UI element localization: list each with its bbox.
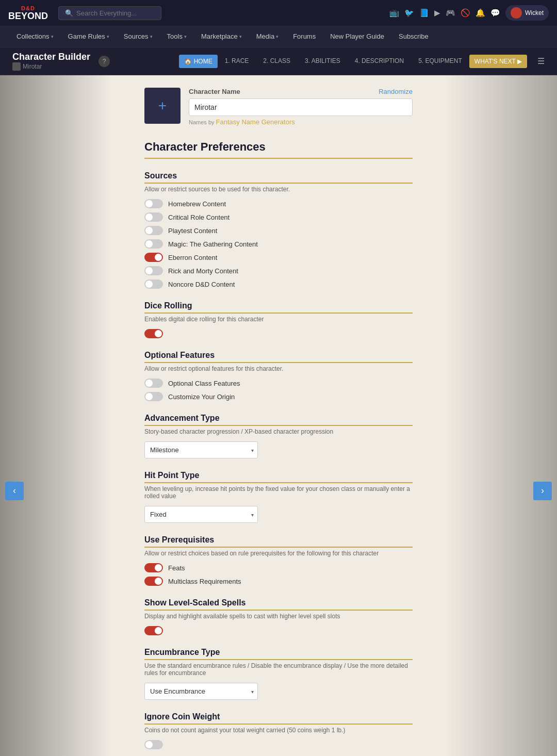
multiclass-toggle[interactable] (144, 577, 163, 586)
dice-rolling-toggle-row (144, 329, 413, 338)
hit-point-type-desc: When leveling up, increase hit points by… (144, 485, 413, 500)
chevron-down-icon: ▾ (276, 34, 278, 39)
user-avatar (511, 7, 522, 19)
bell-icon[interactable]: 🔔 (476, 8, 485, 18)
encumbrance-type-title: Encumbrance Type (144, 648, 413, 660)
dice-rolling-desc: Enables digital dice rolling for this ch… (144, 316, 413, 323)
feats-toggle[interactable] (144, 563, 163, 572)
nav-sources[interactable]: Sources▾ (118, 27, 159, 45)
char-name-input[interactable] (189, 98, 413, 116)
no-icon[interactable]: 🚫 (461, 8, 470, 18)
advancement-type-select[interactable]: Milestone XP (144, 441, 258, 458)
fantasy-link[interactable]: Fantasy Name Generators (216, 118, 295, 126)
nav-player-guide[interactable]: New Player Guide (324, 27, 390, 45)
homebrew-toggle[interactable] (144, 199, 163, 208)
step-equipment[interactable]: 5. EQUIPMENT (411, 54, 469, 69)
nav-tools[interactable]: Tools▾ (161, 27, 193, 45)
youtube-icon[interactable]: ▶ (434, 8, 440, 18)
step-description[interactable]: 4. DESCRIPTION (348, 54, 411, 69)
customize-origin-toggle[interactable] (144, 392, 163, 401)
playtest-toggle[interactable] (144, 226, 163, 235)
dice-rolling-title: Dice Rolling (144, 301, 413, 314)
feats-label: Feats (168, 564, 185, 572)
dice-rolling-toggle[interactable] (144, 329, 163, 338)
hit-point-type-select[interactable]: Fixed Manual (144, 506, 258, 523)
list-icon[interactable]: ☰ (537, 56, 545, 66)
randomize-button[interactable]: Randomize (379, 88, 413, 95)
char-prefs-title: Character Preferences (144, 140, 413, 159)
char-icon (12, 62, 21, 71)
twitter-icon[interactable]: 🐦 (404, 8, 414, 18)
magic-label: Magic: The Gathering Content (168, 240, 258, 248)
advancement-type-wrapper: Milestone XP ▾ (144, 441, 413, 458)
builder-steps: 🏠 HOME 1. RACE 2. CLASS 3. ABILITIES 4. … (179, 54, 527, 69)
eberron-label: Eberron Content (168, 254, 217, 261)
ignore-coin-weight-toggle[interactable] (144, 740, 163, 749)
username-label: Wicket (525, 9, 544, 17)
facebook-icon[interactable]: 📘 (419, 8, 429, 18)
logo-text: BEYOND (8, 11, 48, 21)
critical-role-toggle[interactable] (144, 212, 163, 222)
noncore-toggle[interactable] (144, 280, 163, 289)
builder-subtitle: Mirotar (12, 62, 90, 71)
search-bar[interactable]: 🔍 (58, 6, 161, 20)
step-class[interactable]: 2. CLASS (256, 54, 298, 69)
optional-features-desc: Allow or restrict optional features for … (144, 365, 413, 372)
step-home[interactable]: 🏠 HOME (179, 55, 217, 68)
step-whatsnext[interactable]: WHAT'S NEXT ▶ (469, 55, 527, 68)
toggle-magic: Magic: The Gathering Content (144, 239, 413, 249)
sources-title: Sources (144, 171, 413, 184)
char-name-section: + Character Name Randomize Names by Fant… (144, 88, 413, 126)
twitch-icon[interactable]: 🎮 (446, 8, 455, 18)
chevron-down-icon: ▾ (239, 34, 242, 39)
search-input[interactable] (76, 9, 155, 17)
user-pill[interactable]: Wicket (505, 5, 549, 21)
rick-morty-toggle[interactable] (144, 266, 163, 275)
multiclass-label: Multiclass Requirements (168, 578, 241, 585)
chat-icon[interactable]: 💬 (490, 8, 500, 18)
level-scaled-spells-toggle[interactable] (144, 626, 163, 635)
chevron-down-icon: ▾ (107, 34, 109, 39)
ignore-coin-weight-toggle-row (144, 740, 413, 749)
next-arrow[interactable]: › (533, 482, 552, 500)
content-wrapper: ‹ + Character Name Randomize Names by Fa… (0, 75, 557, 756)
toggle-optional-class: Optional Class Features (144, 379, 413, 388)
nav-forums[interactable]: Forums (287, 27, 322, 45)
nav-marketplace[interactable]: Marketplace▾ (195, 27, 248, 45)
top-nav: D&D BEYOND 🔍 📺 🐦 📘 ▶ 🎮 🚫 🔔 💬 Wicket (0, 0, 557, 26)
toggle-multiclass: Multiclass Requirements (144, 577, 413, 586)
prev-arrow[interactable]: ‹ (5, 482, 24, 500)
char-name-label: Character Name Randomize (189, 88, 413, 95)
char-avatar[interactable]: + (144, 88, 181, 124)
sources-desc: Allow or restrict sources to be used for… (144, 186, 413, 193)
nav-collections[interactable]: Collections▾ (10, 27, 60, 45)
chevron-down-icon: ▾ (51, 34, 54, 39)
step-abilities[interactable]: 3. ABILITIES (298, 54, 348, 69)
encumbrance-type-desc: Use the standard encumbrance rules / Dis… (144, 662, 413, 677)
char-name-label-text: Character Name (189, 88, 240, 95)
eberron-toggle[interactable] (144, 253, 163, 262)
nav-game-rules[interactable]: Game Rules▾ (62, 27, 116, 45)
rick-morty-label: Rick and Morty Content (168, 267, 238, 275)
magic-toggle[interactable] (144, 239, 163, 249)
logo-dd: D&D (21, 6, 35, 11)
level-scaled-spells-desc: Display and highlight available spells t… (144, 613, 413, 620)
builder-title-area: Character Builder Mirotar (12, 52, 90, 71)
step-race[interactable]: 1. RACE (218, 54, 256, 69)
encumbrance-type-select[interactable]: Use Encumbrance No Encumbrance Variant E… (144, 683, 258, 700)
optional-class-toggle[interactable] (144, 379, 163, 388)
ignore-coin-weight-desc: Coins do not count against your total we… (144, 727, 413, 734)
ignore-coin-weight-title: Ignore Coin Weight (144, 712, 413, 725)
logo-area[interactable]: D&D BEYOND (8, 6, 48, 21)
advancement-type-title: Advancement Type (144, 414, 413, 426)
toggle-critical-role: Critical Role Content (144, 212, 413, 222)
nav-subscribe[interactable]: Subscribe (392, 27, 435, 45)
nav-media[interactable]: Media▾ (250, 27, 285, 45)
homebrew-label: Homebrew Content (168, 200, 226, 208)
toggle-homebrew: Homebrew Content (144, 199, 413, 208)
chevron-down-icon: ▾ (150, 34, 153, 39)
main-nav: Collections▾ Game Rules▾ Sources▾ Tools▾… (0, 26, 557, 47)
optional-features-title: Optional Features (144, 351, 413, 363)
help-button[interactable]: ? (99, 56, 110, 67)
video-icon[interactable]: 📺 (389, 8, 399, 18)
